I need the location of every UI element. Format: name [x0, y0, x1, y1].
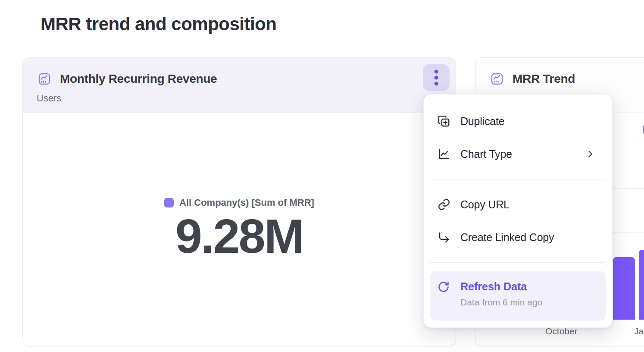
- chevron-right-icon: [585, 149, 595, 159]
- refresh-data-label: Refresh Data: [460, 280, 542, 293]
- menu-item-label: Create Linked Copy: [460, 231, 554, 244]
- card-title: MRR Trend: [513, 72, 575, 86]
- refresh-icon: [438, 281, 450, 293]
- bar: [613, 257, 635, 320]
- menu-item-label: Chart Type: [460, 148, 512, 160]
- x-axis-label: Ja: [634, 326, 644, 336]
- menu-item-chart-type[interactable]: Chart Type: [430, 138, 606, 170]
- menu-item-refresh-data[interactable]: Refresh Data Data from 6 min ago: [430, 271, 606, 321]
- combo-chart-icon: [490, 72, 504, 86]
- menu-divider: [430, 262, 606, 263]
- kebab-icon: [434, 69, 438, 86]
- card-title: Monthly Recurring Revenue: [60, 72, 217, 86]
- link-icon: [438, 198, 450, 211]
- legend-swatch: [164, 198, 174, 207]
- page-title: MRR trend and composition: [41, 14, 277, 35]
- mrr-card-header: Monthly Recurring Revenue Users: [23, 58, 456, 113]
- card-context-menu: Duplicate Chart Type Copy URL Create Lin…: [423, 94, 613, 328]
- menu-item-duplicate[interactable]: Duplicate: [430, 105, 606, 138]
- kpi-legend: All Company(s) [Sum of MRR]: [164, 197, 314, 208]
- legend-label: All Company(s) [Sum of MRR]: [179, 197, 314, 208]
- kpi-content: All Company(s) [Sum of MRR] 9.28M: [23, 113, 456, 346]
- menu-item-create-linked-copy[interactable]: Create Linked Copy: [430, 221, 606, 254]
- bar: [639, 250, 644, 320]
- menu-divider: [430, 179, 606, 179]
- menu-item-label: Copy URL: [460, 198, 510, 211]
- linked-copy-icon: [438, 231, 450, 244]
- duplicate-icon: [438, 115, 450, 128]
- combo-chart-icon: [38, 72, 51, 86]
- card-options-kebab-button[interactable]: [423, 64, 450, 91]
- chart-type-icon: [438, 148, 450, 160]
- mrr-kpi-card: Monthly Recurring Revenue Users All Comp…: [22, 57, 456, 346]
- menu-item-copy-url[interactable]: Copy URL: [430, 188, 606, 221]
- menu-item-label: Duplicate: [460, 115, 504, 128]
- card-subtitle: Users: [37, 93, 456, 104]
- kpi-value: 9.28M: [175, 211, 303, 262]
- refresh-data-sublabel: Data from 6 min ago: [460, 297, 542, 308]
